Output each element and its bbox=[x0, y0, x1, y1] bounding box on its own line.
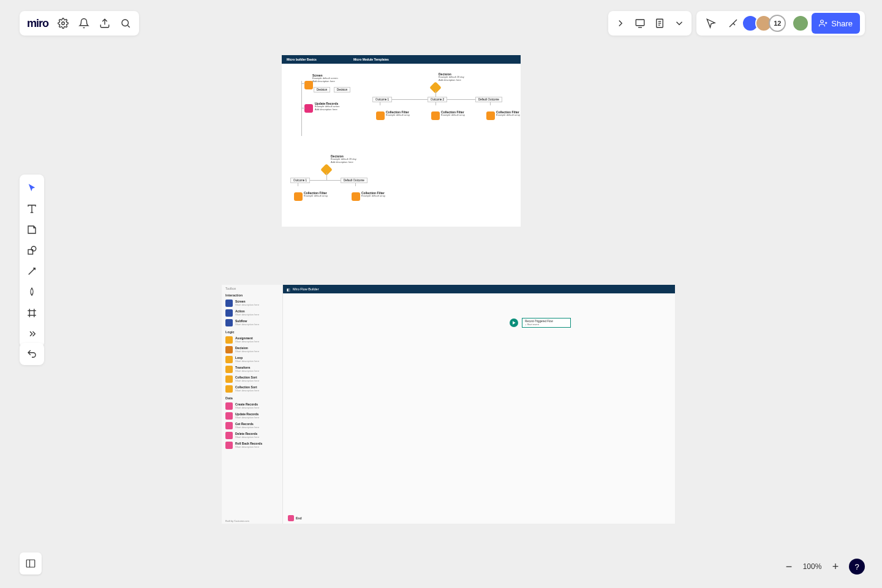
sb-item[interactable]: Roll Back RecordsShort description here bbox=[222, 440, 282, 450]
screen-icon[interactable] bbox=[304, 81, 313, 89]
outcome-chip[interactable]: Outcome 2 bbox=[428, 97, 447, 102]
rollback-icon bbox=[225, 442, 233, 449]
sb-item[interactable]: Delete RecordsShort description here bbox=[222, 431, 282, 440]
node[interactable]: Collection FilterExample default array bbox=[386, 110, 410, 117]
assignment-icon bbox=[225, 336, 233, 344]
frame-flow-builder[interactable]: Toolbox Interaction ScreenShort descript… bbox=[222, 285, 675, 524]
zoom-label[interactable]: 100% bbox=[801, 562, 823, 571]
sb-item[interactable]: Collection SortShort description here bbox=[222, 384, 282, 394]
outcome-chip[interactable]: Default Outcome bbox=[341, 178, 368, 183]
sb-sub: Short description here bbox=[235, 416, 259, 419]
sb-sub: Short description here bbox=[235, 406, 259, 409]
loop-icon bbox=[225, 356, 233, 363]
decision-icon bbox=[225, 346, 233, 353]
node-sub: Example default array bbox=[304, 195, 328, 198]
update-records-icon[interactable] bbox=[304, 104, 313, 113]
update-icon bbox=[225, 412, 233, 420]
end-node[interactable]: End bbox=[288, 515, 301, 521]
node-sub: Add description here bbox=[312, 80, 338, 83]
node-sub: Example default array bbox=[441, 114, 465, 117]
sb-sub: Short description here bbox=[235, 445, 262, 448]
delete-icon bbox=[225, 432, 233, 439]
sidebar-cat: Data bbox=[222, 394, 282, 401]
filter-icon[interactable] bbox=[352, 192, 360, 201]
node[interactable]: Update Records Example default action Ad… bbox=[315, 102, 339, 111]
sb-item[interactable]: TransformShort description here bbox=[222, 364, 282, 374]
get-icon bbox=[225, 422, 233, 429]
node[interactable]: Collection FilterExample default array bbox=[496, 110, 520, 117]
frame1-header: Micro builder Basics Micro Module Templa… bbox=[282, 55, 521, 64]
node[interactable]: Screen Example default screen Add descri… bbox=[312, 74, 338, 83]
sb-sub: Short description here bbox=[235, 360, 259, 363]
bottom-right: − 100% + ? bbox=[782, 559, 865, 575]
filter-icon[interactable] bbox=[376, 111, 385, 120]
frame-templates[interactable]: Micro builder Basics Micro Module Templa… bbox=[282, 55, 521, 227]
zoom-out-button[interactable]: − bbox=[782, 559, 796, 574]
sb-sub: Short description here bbox=[235, 350, 259, 353]
node-sub: Add description here bbox=[439, 79, 464, 82]
connector bbox=[301, 83, 305, 84]
connector bbox=[301, 108, 305, 108]
sb-item[interactable]: Collection SortShort description here bbox=[222, 374, 282, 384]
start-node[interactable]: Record-Triggered Flow + Start event bbox=[510, 318, 571, 328]
builder-header: ◧ Miro Flow Builder bbox=[283, 285, 675, 293]
filter-icon[interactable] bbox=[486, 111, 495, 120]
sb-sub: Short description here bbox=[235, 303, 259, 306]
sidebar-footer: Built by Custome.com bbox=[225, 519, 249, 522]
filter-icon[interactable] bbox=[431, 111, 440, 120]
decision-chip[interactable]: Decision bbox=[314, 87, 330, 92]
panel-toggle[interactable] bbox=[20, 552, 42, 575]
sb-sub: Short description here bbox=[235, 313, 259, 316]
node-sub: Add description here bbox=[331, 161, 356, 164]
zoom-in-button[interactable]: + bbox=[828, 559, 843, 574]
end-icon bbox=[288, 515, 294, 521]
sb-sub: Short description here bbox=[235, 379, 259, 382]
builder-canvas[interactable]: Record-Triggered Flow + Start event End bbox=[283, 293, 675, 524]
sb-item[interactable]: AssignmentShort description here bbox=[222, 335, 282, 345]
decision-chip[interactable]: Decision bbox=[334, 87, 350, 92]
node-sub: Add description here bbox=[315, 108, 339, 111]
outcome-chip[interactable]: Outcome 1 bbox=[372, 97, 392, 102]
sidebar-cat: Interaction bbox=[222, 291, 282, 298]
zoom-group: − 100% + bbox=[782, 559, 843, 574]
filter-icon[interactable] bbox=[294, 192, 303, 201]
start-card[interactable]: Record-Triggered Flow + Start event bbox=[522, 318, 571, 328]
sb-sub: Short description here bbox=[235, 340, 259, 343]
help-button[interactable]: ? bbox=[849, 559, 865, 575]
node[interactable]: Collection FilterExample default array bbox=[304, 191, 328, 198]
action-icon bbox=[225, 309, 233, 317]
sb-item[interactable]: Create RecordsShort description here bbox=[222, 401, 282, 411]
sidebar-cat: Logic bbox=[222, 328, 282, 335]
node[interactable]: Collection FilterExample default array bbox=[361, 191, 385, 198]
end-label: End bbox=[296, 516, 301, 520]
start-icon bbox=[510, 318, 518, 327]
sb-sub: Short description here bbox=[235, 323, 259, 326]
sb-item[interactable]: ScreenShort description here bbox=[222, 298, 282, 308]
start-sub: + Start event bbox=[525, 323, 568, 326]
node[interactable]: Decision Example default 20 day Add desc… bbox=[331, 154, 356, 164]
sb-item[interactable]: SubflowShort description here bbox=[222, 318, 282, 328]
screen-icon bbox=[225, 300, 233, 307]
sb-item[interactable]: Get RecordsShort description here bbox=[222, 421, 282, 431]
sb-item[interactable]: Update RecordsShort description here bbox=[222, 411, 282, 421]
frame1-body: Screen Example default screen Add descri… bbox=[282, 64, 521, 227]
connector bbox=[326, 173, 327, 180]
create-icon bbox=[225, 402, 233, 410]
sort-icon bbox=[225, 385, 233, 393]
canvas[interactable]: Micro builder Basics Micro Module Templa… bbox=[0, 0, 882, 588]
node-sub: Example default array bbox=[361, 195, 385, 198]
sort-icon bbox=[225, 375, 233, 383]
sb-item[interactable]: ActionShort description here bbox=[222, 308, 282, 318]
svg-rect-23 bbox=[26, 560, 35, 567]
sidebar-head: Toolbox bbox=[222, 285, 282, 291]
subflow-icon bbox=[225, 319, 233, 326]
sb-item[interactable]: LoopShort description here bbox=[222, 355, 282, 364]
sb-item[interactable]: DecisionShort description here bbox=[222, 345, 282, 355]
transform-icon bbox=[225, 366, 233, 373]
frame1-title-left: Micro builder Basics bbox=[287, 58, 317, 61]
node[interactable]: Collection FilterExample default array bbox=[441, 110, 465, 117]
node[interactable]: Decision Example default 20 day Add desc… bbox=[439, 72, 464, 82]
sb-sub: Short description here bbox=[235, 369, 259, 372]
outcome-chip[interactable]: Default Outcome bbox=[475, 97, 502, 102]
outcome-chip[interactable]: Outcome 1 bbox=[290, 178, 310, 183]
